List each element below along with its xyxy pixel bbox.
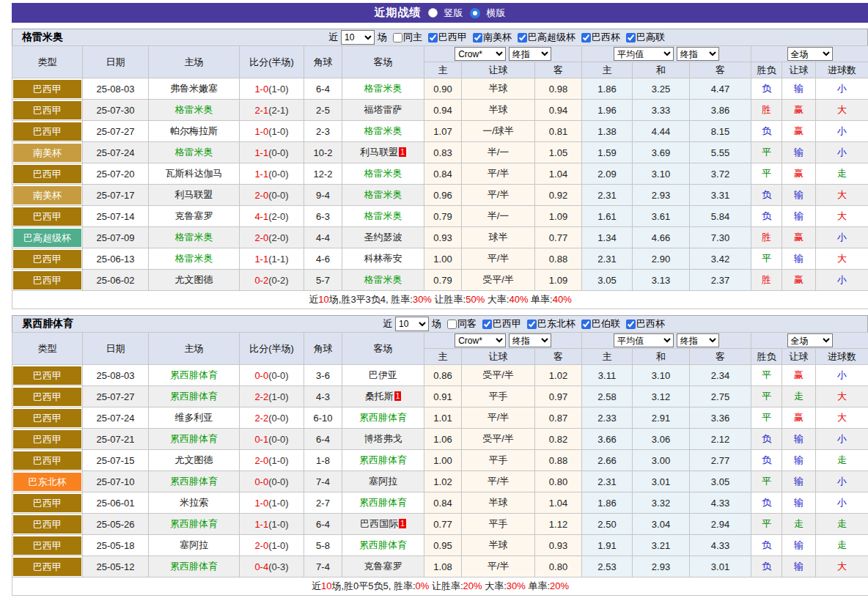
corners-cell: 6-4 (304, 429, 342, 450)
filter-bar: 近10场同主巴西甲南美杯巴高超级杯巴西杯巴高联 (328, 30, 665, 45)
fulltime-score: 2-2 (254, 391, 268, 402)
odds-away-cell: 1.09 (535, 206, 582, 227)
home-team-cell: 累西腓体育 (149, 386, 240, 407)
away-team-cell: 博塔弗戈 (342, 429, 424, 450)
halftime-score: (2-0) (268, 232, 288, 243)
corners-cell: 6-4 (304, 78, 342, 100)
result-handicap-cell: 赢 (782, 227, 816, 248)
same-venue-label: 同主 (403, 31, 422, 44)
away-team-cell: 福塔雷萨 (342, 100, 424, 121)
average-select-cell: 平均值 终指 (582, 46, 751, 62)
match-row: 巴西甲25-05-12累西腓体育0-4(0-3)7-4克鲁塞罗1.08平/半0.… (12, 556, 868, 577)
vertical-layout-label[interactable]: 竖版 (444, 7, 463, 20)
away-team-name: 格雷米奥 (364, 274, 402, 285)
result-goals-cell: 大 (816, 185, 868, 206)
home-team-cell: 利马联盟 (149, 185, 240, 206)
date-cell: 25-05-18 (83, 535, 149, 556)
avg-home-cell: 1.86 (582, 78, 633, 100)
avg-draw-cell: 4.66 (633, 227, 690, 248)
average-select[interactable]: 平均值 (614, 333, 674, 347)
result-handicap-cell: 输 (782, 492, 816, 514)
odds-away-cell: 1.04 (535, 163, 582, 185)
league-checkbox[interactable] (473, 33, 482, 43)
league-checkbox[interactable] (626, 320, 636, 329)
section-header: 累西腓体育近10场同客巴西甲巴东北杯巴伯联巴西杯 (12, 315, 868, 332)
league-checkbox[interactable] (518, 33, 527, 43)
result-winloss-cell: 平 (751, 365, 782, 386)
league-type-cell: 巴西甲 (12, 556, 83, 577)
corners-cell: 2-7 (304, 492, 342, 514)
away-team-cell: 科林蒂安 (342, 248, 424, 270)
halftime-score: (0-3) (268, 561, 288, 572)
odds-handicap-cell: 半球 (462, 78, 535, 100)
result-winloss-cell: 负 (751, 429, 782, 450)
odds-home-cell: 0.94 (424, 100, 462, 121)
summary-row: 近10场,胜3平3负4, 胜率:30% 让胜率:50% 大率:40% 单率:40… (12, 291, 868, 309)
avg-draw-cell: 3.00 (633, 450, 690, 471)
recent-count-select[interactable]: 10 (395, 317, 429, 331)
league-type-cell: 巴西甲 (12, 429, 83, 450)
avg-draw-cell: 4.44 (633, 121, 690, 142)
bookmaker-time-select[interactable]: 终指 (509, 333, 551, 347)
same-venue-label: 同客 (457, 317, 477, 331)
vertical-layout-radio[interactable] (428, 8, 438, 18)
odds-home-cell: 1.00 (424, 450, 462, 471)
odds-home-cell: 1.00 (424, 248, 462, 270)
league-checkbox[interactable] (428, 33, 438, 43)
recent-count-select[interactable]: 10 (341, 30, 375, 45)
match-row: 巴高超级杯25-07-09格雷米奥2-0(2-0)4-4圣约瑟波0.93球半0.… (12, 227, 868, 248)
halftime-score: (2-0) (268, 211, 288, 222)
scope-select[interactable]: 全场 (787, 47, 833, 61)
result-handicap-cell: 赢 (782, 270, 816, 291)
result-goals-cell: 大 (816, 248, 868, 270)
league-checkbox[interactable] (626, 33, 636, 43)
odds-away-cell: 1.02 (535, 365, 582, 386)
avg-away-cell: 5.84 (690, 206, 751, 227)
horizontal-layout-radio[interactable] (470, 8, 480, 18)
fulltime-score: 0-0 (254, 370, 268, 381)
odds-home-cell: 1.08 (424, 556, 462, 577)
league-checkbox[interactable] (581, 33, 591, 43)
avg-home-cell: 2.09 (582, 163, 633, 185)
column-subheader: 客 (690, 62, 751, 78)
fulltime-score: 1-1 (254, 519, 268, 530)
league-checkbox[interactable] (527, 320, 537, 329)
league-checkbox[interactable] (581, 320, 591, 329)
odds-home-cell: 0.95 (424, 535, 462, 556)
home-team-name: 维多利亚 (175, 412, 213, 423)
bookmaker-time-select[interactable]: 终指 (509, 47, 551, 61)
scope-select[interactable]: 全场 (787, 333, 833, 347)
corners-cell: 4-6 (304, 248, 342, 270)
result-handicap-cell: 赢 (782, 407, 816, 429)
same-venue-checkbox[interactable] (393, 33, 402, 43)
match-row: 巴西甲25-06-02尤文图德0-2(0-2)5-7格雷米奥0.79受平/半1.… (12, 270, 868, 291)
league-checkbox[interactable] (482, 320, 492, 329)
average-select[interactable]: 平均值 (614, 47, 674, 61)
result-winloss-cell: 平 (751, 248, 782, 270)
date-cell: 25-07-17 (83, 185, 149, 206)
horizontal-layout-label[interactable]: 横版 (487, 7, 506, 20)
league-type-cell: 巴西甲 (12, 492, 83, 514)
summary-part: 让胜率: (432, 294, 466, 305)
bookmaker-select[interactable]: Crow* (455, 333, 506, 347)
column-subheader: 和 (633, 349, 690, 365)
league-type-chip: 南美杯 (13, 186, 81, 204)
league-label: 巴伯联 (592, 317, 620, 331)
avg-away-cell: 3.72 (690, 163, 751, 185)
team-marker-badge: 1 (399, 519, 406, 528)
result-winloss-cell: 负 (751, 206, 782, 227)
result-winloss-cell: 胜 (751, 100, 782, 121)
league-type-cell: 巴东北杯 (12, 471, 83, 492)
summary-part: 50% (466, 294, 485, 305)
date-cell: 25-05-26 (83, 514, 149, 535)
away-team-cell: 克鲁塞罗 (342, 556, 424, 577)
average-time-select[interactable]: 终指 (677, 333, 719, 347)
away-team-name: 巴伊亚 (369, 369, 397, 380)
fulltime-score: 2-0 (254, 455, 268, 466)
bookmaker-select[interactable]: Crow* (455, 47, 506, 61)
odds-home-cell: 0.90 (424, 78, 462, 100)
avg-away-cell: 2.12 (690, 429, 751, 450)
fulltime-score: 1-0 (254, 84, 268, 95)
average-time-select[interactable]: 终指 (677, 47, 719, 61)
same-venue-checkbox[interactable] (447, 320, 457, 329)
